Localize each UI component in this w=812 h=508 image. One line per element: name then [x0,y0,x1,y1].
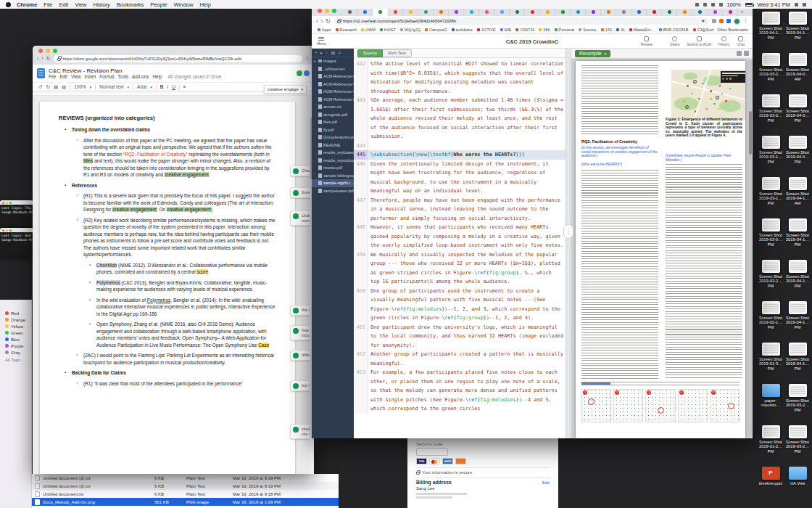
bookmark-item[interactable]: Personal [555,28,575,32]
bookmark-item[interactable]: UWM [361,28,376,32]
comment-card[interactable]: this is cont… [290,305,310,316]
desktop-icon[interactable]: Screen Shot2019-03-1…PM [758,177,783,205]
window-controls[interactable] [38,49,57,53]
desktop-icon[interactable]: Screen Shot2019-04-0…PM [785,136,810,164]
bookmark-item[interactable]: 266 [539,28,550,32]
pane-splitter[interactable]: ⋮ [566,49,571,438]
document-page[interactable]: REVIEWS (organized into categories)▪Toni… [40,102,295,474]
file-tree-item[interactable]: sample-sigchi.t… [312,179,354,187]
share-button[interactable]: Share [666,36,683,46]
bookmark-item[interactable]: WQJgJQ [400,28,420,32]
doc-paragraph[interactable]: Open Symphony, Zhang et al. (NIME 2016, … [96,321,276,348]
file-tree-item[interactable]: acmguide.pdf [312,111,354,119]
tag-item[interactable]: Blue [0,336,31,343]
desktop-icon[interactable]: Screen Shot2019-04-1…PM [758,12,783,40]
browser-tab[interactable] [357,8,373,16]
doc-paragraph[interactable]: (R2) Key related work describing similar… [83,217,276,258]
browser-tab[interactable] [388,8,403,16]
other-bookmarks[interactable]: Other Bookmarks [714,26,753,33]
doc-paragraph[interactable]: (R1) “it was clear that most of the atte… [83,380,276,388]
status-icon[interactable] [703,3,707,7]
browser-tab[interactable] [708,8,723,16]
file-tree-item[interactable]: ACM-Reference-Format.bst [312,81,354,89]
new-folder-icon[interactable]: ▸ [320,50,323,56]
rich-text-mode-button[interactable]: Rich Text [383,49,412,57]
editor-line[interactable]: 448However, it seems that participants w… [354,223,566,250]
gdocs-window-titlebar[interactable]: ‹ › ↻ https://docs.google.com/document/d… [33,46,314,65]
file-tree-item[interactable]: results_reproduced… [312,157,354,165]
browser-tab[interactable] [601,8,616,16]
bookmark-item[interactable]: Service [579,28,596,32]
desktop-icon[interactable]: Screen Shot2019-04-1…PM [785,12,810,40]
font-select[interactable]: Arial [137,84,146,89]
browser-tab[interactable] [479,8,494,16]
new-file-icon[interactable]: + [315,50,318,55]
file-row[interactable]: Untitled document (3).txt6 KBPlain TextM… [32,482,339,490]
browser-tab[interactable] [723,8,738,16]
zoom-button[interactable] [53,49,57,53]
desktop-icon[interactable]: Screen Shot2019-02-2…PM [758,260,783,288]
browser-tab[interactable] [616,8,631,16]
file-row[interactable]: Untitled document (2).txt6 KBPlain TextM… [32,474,339,482]
docs-menu-item[interactable]: Help [152,74,162,80]
doc-paragraph[interactable]: In the wild evaluation of Polymetros, Be… [96,297,276,318]
desktop-icon[interactable]: Screen Shot2019-04-1…PM [785,343,810,371]
bookmark-star-icon[interactable]: ☆ [305,56,310,62]
underline-icon[interactable]: U [172,84,175,89]
bookmark-item[interactable]: ACTIVE [477,28,496,32]
desktop-icon[interactable]: Screen Shot2019-03-0…PM [758,218,783,247]
reload-icon[interactable]: ↻ [46,56,51,62]
forward-icon[interactable]: › [41,56,43,61]
comment-card[interactable]: cited… they should cite me ;) [290,424,310,439]
delete-icon[interactable]: × [338,50,341,55]
desktop-icon[interactable]: Screen Shot2019-04-1…AM [785,177,810,205]
doc-paragraph[interactable]: (2AC) I would point to the Flaming Lips’… [83,352,276,366]
pdf-layout-icon[interactable] [744,51,749,56]
submit-button[interactable]: Submit to ACM [684,36,715,46]
tag-item[interactable]: Purple [0,343,31,349]
browser-tab[interactable] [571,8,586,16]
address-bar[interactable]: https://v2.overleaf.com/project/5c3e6ae6… [334,17,709,25]
menu-bar-item[interactable]: Help [199,1,210,8]
editor-line[interactable]: 443%On average, each audience member sub… [354,96,566,142]
browser-tab[interactable] [540,8,555,16]
bookmark-item[interactable]: BNR-CSC81B [659,28,689,32]
file-tree-item[interactable]: ACM-Reference-Format.lbx [312,96,354,104]
chat-button[interactable]: Chat [733,36,748,46]
doc-paragraph[interactable]: ChoirMob (NIME 2012). D’Alessandro et al… [96,262,276,276]
extension-icon[interactable] [712,19,716,23]
status-icon[interactable] [711,3,715,7]
doc-paragraph[interactable]: Backing Data for Claims [72,369,276,377]
bookmark-item[interactable]: tech&des [452,28,473,32]
browser-tab[interactable] [403,8,418,16]
browser-tab[interactable] [555,8,571,16]
bookmark-item[interactable]: CampusG [425,28,447,32]
desktop-icon[interactable]: Screen Shot2019-01-3…PM [758,343,783,371]
browser-tab[interactable] [464,8,479,16]
browser-tab[interactable] [692,8,708,16]
browser-tab[interactable] [677,8,692,16]
comment-card[interactable]: different pla… [290,350,310,361]
desktop-icon[interactable]: Screen Shot2019-03-2…PM [785,425,810,454]
zoom-select[interactable]: 100% [74,84,86,89]
desktop-icon[interactable]: UA Visit [785,467,810,486]
docs-menu-item[interactable]: Format [99,74,114,80]
comment-card[interactable]: Changed t… [290,165,310,176]
doc-paragraph[interactable]: After the discussion of this paper at th… [83,137,276,179]
tag-item[interactable]: Red [0,310,31,316]
menu-bar-item[interactable]: People [150,1,167,8]
find-chip[interactable]: creative engage ▾ [264,85,307,94]
bookmark-item[interactable]: IS [616,28,624,32]
bookmark-star-icon[interactable]: ★ [701,18,705,24]
file-tree-item[interactable]: files.pdf [312,118,354,126]
project-title[interactable]: C&C 2019 CrowdinC [506,38,559,45]
file-row[interactable]: Untitled document.txt6 KBPlain TextMar 1… [32,490,339,498]
file-tree-item[interactable]: acmart.cls [312,103,354,111]
comment-card[interactable]: but I will co… [290,380,310,391]
bookmark-item[interactable]: Apps [318,28,331,32]
desktop-icon[interactable]: Screen Shot2019-04-0…AM [785,53,810,81]
recompile-button[interactable]: Recompile ▾ [575,50,610,57]
address-bar[interactable]: https://docs.google.com/document/d/1rDNq… [54,55,302,62]
forward-icon[interactable]: › [321,18,323,25]
browser-tab[interactable] [494,8,510,16]
